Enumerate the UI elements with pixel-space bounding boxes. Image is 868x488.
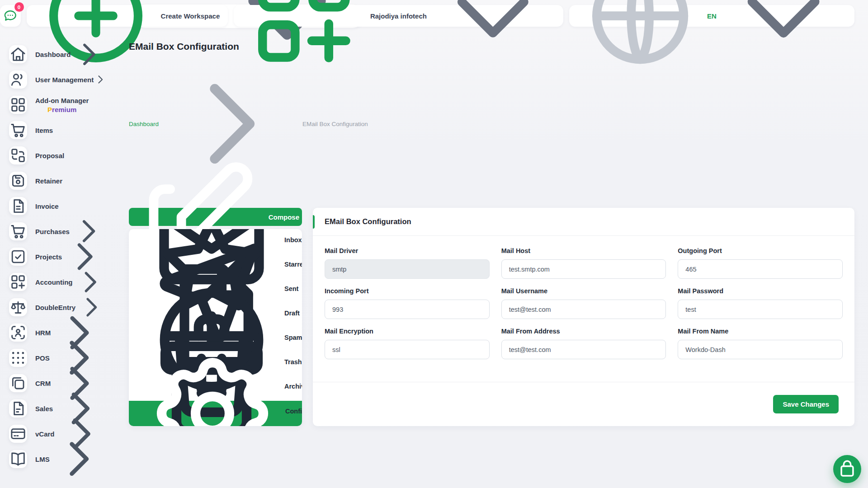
sidebar-item-invoice[interactable]: Invoice bbox=[9, 193, 129, 219]
breadcrumb-current: EMail Box Configuration bbox=[302, 121, 368, 127]
mail-driver-input[interactable] bbox=[325, 259, 490, 279]
sidebar-item-items[interactable]: Items bbox=[9, 117, 129, 143]
field-label: Outgoing Port bbox=[678, 247, 843, 254]
card-title: EMail Box Configuration bbox=[325, 217, 843, 226]
mail-folder-configuration[interactable]: Configuration bbox=[129, 401, 302, 426]
field-label: Incoming Port bbox=[325, 287, 490, 295]
workspace-menu-label: Rajodiya infotech bbox=[370, 12, 427, 20]
gear-icon bbox=[145, 346, 280, 426]
mail-from-address-field: Mail From Address bbox=[501, 328, 666, 359]
sidebar-item-label: POS bbox=[35, 354, 50, 362]
copy-icon bbox=[9, 374, 27, 392]
cart-icon bbox=[9, 121, 27, 139]
transform-icon bbox=[9, 146, 27, 164]
scale-icon bbox=[9, 298, 27, 316]
compose-button[interactable]: Compose bbox=[129, 208, 302, 226]
mail-folder-list: Inbox Starred Sent Draft Spam Trash Arch… bbox=[129, 229, 302, 426]
mail-from-name-input[interactable] bbox=[678, 340, 843, 359]
sidebar-item-proposal[interactable]: Proposal bbox=[9, 143, 129, 168]
file-icon bbox=[9, 399, 27, 418]
mail-folder-label: Spam bbox=[284, 334, 302, 341]
home-icon bbox=[9, 45, 27, 63]
cart-fab-button[interactable] bbox=[833, 455, 861, 483]
sidebar-item-label: Dashboard bbox=[35, 51, 71, 58]
mail-folder-label: Archive bbox=[284, 383, 302, 390]
chevron-right-icon bbox=[71, 36, 107, 73]
mail-encryption-field: Mail Encryption bbox=[325, 328, 490, 359]
dots-grid-icon bbox=[9, 349, 27, 367]
sidebar-item-label: Sales bbox=[35, 405, 53, 413]
outgoing-port-input[interactable] bbox=[678, 259, 843, 279]
shopping-bag-icon bbox=[836, 458, 859, 480]
grid-plus-icon bbox=[9, 273, 27, 291]
card-header: EMail Box Configuration bbox=[313, 208, 854, 236]
sidebar-item-label: CRM bbox=[35, 380, 51, 387]
language-menu[interactable]: EN bbox=[569, 5, 854, 27]
mail-folder-label: Trash bbox=[284, 358, 302, 366]
page-title: EMail Box Configuration bbox=[129, 41, 854, 52]
chevron-right-icon bbox=[50, 430, 107, 488]
mail-encryption-input[interactable] bbox=[325, 340, 490, 359]
invoice-icon bbox=[9, 197, 27, 215]
email-config-card: EMail Box Configuration Mail Driver Mail… bbox=[313, 208, 854, 426]
cart-icon bbox=[9, 222, 27, 240]
breadcrumb-dashboard-link[interactable]: Dashboard bbox=[129, 121, 159, 127]
book-icon bbox=[9, 450, 27, 468]
sidebar-item-label: Retainer bbox=[35, 177, 62, 185]
premium-badge: Premium bbox=[35, 106, 89, 113]
create-workspace-button[interactable]: Create Workspace bbox=[27, 5, 228, 27]
sidebar-item-label: Proposal bbox=[35, 152, 64, 160]
outgoing-port-field: Outgoing Port bbox=[678, 247, 843, 279]
mail-folder-label: Configuration bbox=[285, 408, 302, 415]
field-label: Mail Driver bbox=[325, 247, 490, 254]
sidebar-item-label: Projects bbox=[35, 253, 62, 261]
mail-driver-field: Mail Driver bbox=[325, 247, 490, 279]
email-config-form: Mail Driver Mail Host Outgoing Port Inco… bbox=[313, 236, 854, 382]
sidebar-item-add-on-manager[interactable]: Add-on Manager Premium bbox=[9, 92, 129, 117]
sidebar-item-retainer[interactable]: Retainer bbox=[9, 168, 129, 193]
field-label: Mail Password bbox=[678, 287, 843, 295]
sidebar-item-user-management[interactable]: User Management bbox=[9, 67, 129, 92]
sidebar-item-label: Accounting bbox=[35, 278, 73, 286]
workspace-menu[interactable]: Rajodiya infotech bbox=[234, 5, 563, 27]
sidebar-item-projects[interactable]: Projects bbox=[9, 244, 129, 269]
field-label: Mail Host bbox=[501, 247, 666, 254]
language-code: EN bbox=[707, 12, 717, 20]
topbar: DASH Rajodiya infotech 0 Create Workspac… bbox=[0, 0, 868, 32]
sidebar-item-lms[interactable]: LMS bbox=[9, 446, 129, 472]
mail-password-field: Mail Password bbox=[678, 287, 843, 319]
credit-card-icon bbox=[9, 425, 27, 443]
mail-folder-label: Starred bbox=[284, 261, 302, 268]
chevron-right-icon bbox=[94, 73, 107, 86]
field-label: Mail From Address bbox=[501, 328, 666, 335]
mail-folder-label: Draft bbox=[284, 310, 300, 317]
field-label: Mail Encryption bbox=[325, 328, 490, 335]
mail-nav: Compose Inbox Starred Sent Draft Spam Tr… bbox=[129, 208, 302, 426]
main-content: EMail Box Configuration Dashboard EMail … bbox=[129, 32, 868, 488]
field-label: Mail Username bbox=[501, 287, 666, 295]
mail-username-input[interactable] bbox=[501, 300, 666, 319]
users-icon bbox=[9, 70, 27, 89]
incoming-port-input[interactable] bbox=[325, 300, 490, 319]
create-workspace-label: Create Workspace bbox=[161, 12, 220, 20]
sidebar-item-label: Add-on Manager bbox=[35, 97, 89, 104]
messages-button[interactable]: 0 bbox=[0, 5, 21, 27]
mail-host-input[interactable] bbox=[501, 259, 666, 279]
compose-label: Compose bbox=[269, 213, 299, 221]
floppy-icon bbox=[9, 172, 27, 190]
topbar-actions: 0 Create Workspace Rajodiya infotech EN bbox=[0, 5, 854, 27]
card-accent-bar bbox=[313, 215, 315, 229]
save-changes-button[interactable]: Save Changes bbox=[773, 395, 839, 413]
content-row: Compose Inbox Starred Sent Draft Spam Tr… bbox=[129, 208, 854, 426]
mail-password-input[interactable] bbox=[678, 300, 843, 319]
sidebar-item-label: Invoice bbox=[35, 202, 59, 210]
mail-from-address-input[interactable] bbox=[501, 340, 666, 359]
app-screen: DASH Rajodiya infotech 0 Create Workspac… bbox=[0, 0, 868, 488]
incoming-port-field: Incoming Port bbox=[325, 287, 490, 319]
sidebar-item-dashboard[interactable]: Dashboard bbox=[9, 42, 129, 67]
messages-badge: 0 bbox=[14, 2, 24, 12]
mail-from-name-field: Mail From Name bbox=[678, 328, 843, 359]
mail-host-field: Mail Host bbox=[501, 247, 666, 279]
card-footer: Save Changes bbox=[313, 382, 854, 426]
sidebar-item-label: Items bbox=[35, 127, 53, 134]
